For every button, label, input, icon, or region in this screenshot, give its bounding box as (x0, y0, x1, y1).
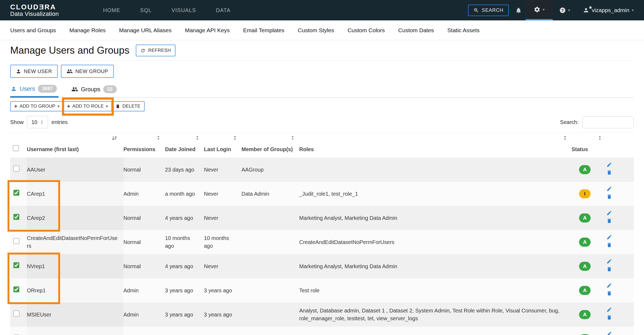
row-checkbox[interactable] (13, 311, 19, 316)
user-menu-button[interactable]: * vizapps_admin ▾ (576, 0, 636, 20)
status-cell: A (572, 278, 606, 303)
top-menu-sql[interactable]: SQL (140, 7, 152, 13)
status-badge-active: A (579, 286, 591, 295)
user-row-createandeditdatasetnopermforusers: CreateAndEditDatasetNoPermForUsers Norma… (10, 230, 634, 254)
edit-user-button[interactable] (606, 210, 612, 216)
pencil-icon (606, 258, 612, 264)
top-menu-home[interactable]: HOME (103, 7, 120, 13)
delete-user-button[interactable] (606, 218, 612, 224)
subnav-custom-dates[interactable]: Custom Dates (398, 27, 434, 34)
date-joined-cell: 3 years ago (165, 303, 204, 327)
header-last_login[interactable]: Last Login (204, 133, 241, 158)
row-checkbox[interactable] (13, 286, 19, 292)
row-checkbox[interactable] (13, 238, 19, 244)
header-status[interactable]: Status (572, 133, 606, 158)
refresh-button[interactable]: REFRESH (136, 45, 175, 56)
chevron-down-icon: ▾ (568, 8, 570, 13)
subnav-custom-styles[interactable]: Custom Styles (298, 27, 334, 34)
status-badge-active: A (579, 262, 591, 271)
roles-cell: Marketing Analyst, Marketing Data Admin (299, 206, 572, 230)
gear-icon (534, 6, 540, 13)
delete-user-button[interactable] (606, 170, 612, 175)
bell-icon (515, 7, 522, 14)
sort-icon[interactable] (598, 136, 602, 140)
sort-ascending-icon[interactable] (112, 136, 117, 141)
select-all-checkbox[interactable] (13, 145, 19, 151)
subnav-manage-url-aliases[interactable]: Manage URL Aliases (119, 27, 171, 34)
plus-icon: + (67, 104, 70, 109)
delete-user-button[interactable] (606, 194, 612, 199)
cloudera-logo[interactable]: CLOUDƎRA Data Visualization (10, 3, 59, 17)
header-member_of[interactable]: Member of Group(s) (241, 133, 299, 158)
edit-user-button[interactable] (606, 162, 612, 168)
header-permissions[interactable]: Permissions (123, 133, 165, 158)
roles-cell: Marketing Analyst, Marketing Data Admin (299, 254, 572, 278)
top-menu-visuals[interactable]: VISUALS (171, 7, 196, 13)
edit-user-button[interactable] (606, 258, 612, 264)
chevron-down-icon: ▾ (57, 104, 60, 109)
top-menu-data[interactable]: DATA (216, 7, 230, 13)
row-checkbox[interactable] (13, 262, 19, 268)
row-checkbox[interactable] (13, 214, 19, 220)
tab-groups[interactable]: Groups 22 (71, 83, 118, 97)
subnav-manage-roles[interactable]: Manage Roles (69, 27, 105, 34)
notifications-button[interactable] (509, 0, 526, 20)
edit-user-button[interactable] (606, 283, 612, 288)
top-menu: HOMESQLVISUALSDATA (103, 7, 230, 13)
sort-icon[interactable] (233, 136, 237, 140)
table-search-input[interactable] (582, 116, 634, 128)
username-cell: ORrep1 (27, 278, 123, 303)
settings-menu-button[interactable]: ▾ (526, 0, 553, 20)
last-login-cell: 2 years ago (204, 327, 241, 335)
delete-selected-button[interactable]: DELETE (111, 101, 144, 111)
trash-icon (606, 242, 612, 248)
header-last_login-label: Last Login (204, 146, 231, 152)
member-of-cell (241, 278, 299, 303)
admin-asterisk: * (589, 5, 592, 13)
new-user-button[interactable]: NEW USER (10, 65, 58, 78)
delete-label: DELETE (122, 104, 140, 109)
sort-icon[interactable] (195, 136, 200, 140)
sort-icon[interactable] (156, 136, 161, 140)
edit-user-button[interactable] (606, 186, 612, 192)
status-badge-inactive: I (579, 189, 591, 198)
help-menu-button[interactable]: ? ▾ (553, 0, 577, 20)
permissions-cell: Normal (123, 158, 165, 182)
member-of-cell (241, 206, 299, 230)
create-buttons-row: NEW USER NEW GROUP (10, 65, 634, 78)
sort-icon[interactable] (563, 136, 567, 140)
new-group-button[interactable]: NEW GROUP (61, 65, 114, 78)
search-button[interactable]: SEARCH (468, 5, 509, 16)
edit-user-button[interactable] (606, 331, 612, 335)
page-size-select[interactable]: 10 (27, 116, 48, 128)
sort-icon[interactable] (290, 136, 295, 140)
row-checkbox[interactable] (13, 166, 19, 172)
groups-count-badge: 22 (103, 85, 117, 93)
delete-user-button[interactable] (606, 290, 612, 296)
tab-users[interactable]: Users 3697 (10, 83, 58, 98)
add-to-role-button[interactable]: + ADD TO ROLE ▾ (63, 101, 112, 111)
brand-name: CLOUDƎRA (10, 3, 59, 11)
tab-groups-label: Groups (81, 86, 100, 93)
header-username[interactable]: Username (first last) (27, 133, 123, 158)
subnav-email-templates[interactable]: Email Templates (243, 27, 284, 34)
delete-user-button[interactable] (606, 242, 612, 248)
subnav-custom-colors[interactable]: Custom Colors (347, 27, 385, 34)
edit-user-button[interactable] (606, 234, 612, 240)
user-row-nvrep1: NVrep1 Normal 4 years ago Never Marketin… (10, 254, 634, 278)
row-checkbox[interactable] (13, 190, 19, 196)
delete-user-button[interactable] (606, 315, 612, 320)
subnav-static-assets[interactable]: Static Assets (447, 27, 480, 34)
subnav-manage-api-keys[interactable]: Manage API Keys (185, 27, 230, 34)
add-to-group-button[interactable]: + ADD TO GROUP ▾ (10, 101, 64, 111)
help-icon: ? (559, 7, 566, 14)
header-roles[interactable]: Roles (299, 133, 572, 158)
date-joined-cell: 10 months ago (165, 230, 204, 254)
chevron-down-icon: ▾ (632, 8, 634, 13)
header-date_joined[interactable]: Date Joined (165, 133, 204, 158)
main-content: Manage Users and Groups REFRESH NEW USER… (0, 45, 644, 335)
delete-user-button[interactable] (606, 266, 612, 272)
edit-user-button[interactable] (606, 307, 612, 312)
status-badge-active: A (579, 213, 591, 223)
subnav-users-and-groups[interactable]: Users and Groups (10, 27, 56, 34)
